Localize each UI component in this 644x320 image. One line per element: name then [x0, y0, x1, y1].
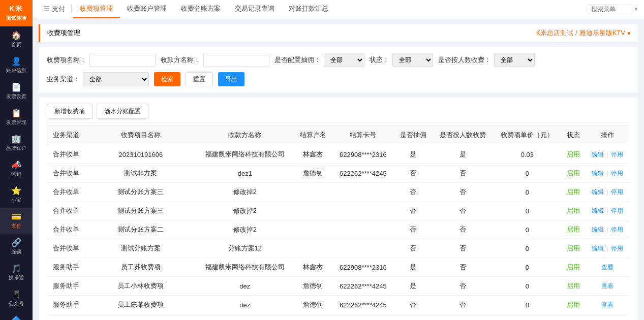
logo-top: K米: [9, 5, 23, 14]
sidebar-item-pay[interactable]: 💳支付: [0, 208, 33, 234]
fee-name-input[interactable]: [89, 53, 156, 67]
table-actions: 新增收费项 酒水分账配置: [47, 104, 630, 119]
sidebar-icon-marketing: 📣: [11, 160, 21, 170]
cell-unit-price: 0: [493, 258, 561, 277]
op-停用[interactable]: 停用: [611, 226, 623, 233]
cell-account-name: [294, 183, 332, 202]
sidebar-icon-account: 👤: [11, 56, 21, 66]
sidebar-item-chain[interactable]: 🔗连锁: [0, 234, 33, 260]
search-button[interactable]: 检索: [154, 72, 180, 86]
cell-account-name: [294, 202, 332, 220]
nav-tab-fee-mgmt[interactable]: 收费项管理: [73, 0, 120, 18]
sidebar-item-brand-account[interactable]: 🏢品牌账户: [0, 130, 33, 156]
nav-divider: [71, 5, 72, 13]
nav-tab-split-plan[interactable]: 收费分账方案: [174, 0, 228, 18]
page-title: 收费项管理: [47, 28, 80, 38]
cell-channel: 服务助手: [47, 296, 85, 314]
cell-per-person: 否: [433, 258, 493, 277]
sidebar-label-account: 账户信息: [6, 67, 26, 74]
cell-account-name: 林鑫杰: [294, 258, 332, 277]
sidebar-icon-miniprogram: 🔷: [11, 315, 21, 320]
cell-status: 启用: [561, 164, 585, 183]
sidebar-label-invoice-mgmt: 发票管理: [6, 119, 26, 126]
table-row: 服务助手 员工陈某收费项 dez 詹德钊 622262****4245 否 否 …: [47, 296, 630, 314]
cell-fee-name: 员工小林收费项: [85, 277, 196, 296]
sidebar-item-public[interactable]: 📱公众号: [0, 285, 33, 311]
op-编辑[interactable]: 编辑: [592, 207, 604, 214]
cell-unit-price: 0: [493, 277, 561, 296]
channel-select[interactable]: 全部合并收单服务助手: [83, 72, 149, 86]
col-header-结算户名: 结算户名: [294, 125, 332, 145]
op-停用[interactable]: 停用: [611, 151, 623, 158]
search-input[interactable]: [587, 4, 632, 14]
filter-bar: 收费项名称： 收款方名称： 是否配置抽佣： 全部是否 状态： 全部启用停用: [39, 47, 638, 92]
sidebar-item-invoice-mgmt[interactable]: 📋发票管理: [0, 104, 33, 130]
op-编辑[interactable]: 编辑: [592, 151, 604, 158]
sidebar-item-entertainment[interactable]: 🎵娱乐通: [0, 260, 33, 285]
col-header-业务渠道: 业务渠道: [47, 125, 85, 145]
dropdown-icon: ▾: [634, 5, 638, 13]
col-header-状态: 状态: [561, 125, 585, 145]
cell-per-person: 否: [433, 239, 493, 258]
sidebar-item-miniprogram[interactable]: 🔷小程序: [0, 311, 33, 320]
sidebar-item-account[interactable]: 👤账户信息: [0, 52, 33, 78]
cell-status: 启用: [561, 239, 585, 258]
cell-status: 启用: [561, 258, 585, 277]
export-button[interactable]: 导出: [218, 72, 244, 86]
cell-ops: 编辑 | 停用: [585, 239, 630, 258]
cell-payment-name: 福建凯米网络科技有限公司: [196, 145, 294, 164]
sidebar-item-marketing[interactable]: 📣营销: [0, 156, 33, 182]
split-config-button[interactable]: 酒水分账配置: [97, 104, 148, 119]
nav-tab-account-mgmt[interactable]: 收费账户管理: [120, 0, 174, 18]
op-停用[interactable]: 停用: [611, 188, 623, 196]
sidebar-item-home[interactable]: 🏠首页: [0, 26, 33, 52]
cell-payment-name: 修改掉2: [196, 202, 294, 220]
sidebar-item-mini[interactable]: ⭐小宝: [0, 182, 33, 208]
cell-commission: 否: [394, 164, 433, 183]
payment-name-label: 收款方名称：: [161, 55, 200, 65]
table-section: 新增收费项 酒水分账配置 业务渠道收费项目名称收款方名称结算户名结算卡号是否抽佣…: [39, 98, 638, 320]
cell-per-person: 否: [433, 277, 493, 296]
breadcrumb-prefix: K米总店测试 /: [536, 28, 577, 38]
per-person-filter: 是否按人数收费： 全部是否: [438, 53, 535, 67]
op-停用[interactable]: 停用: [611, 245, 623, 252]
op-停用[interactable]: 停用: [611, 207, 623, 214]
payment-name-filter: 收款方名称：: [161, 53, 269, 67]
op-查看[interactable]: 查看: [601, 282, 614, 290]
op-编辑[interactable]: 编辑: [592, 226, 604, 233]
sidebar-item-invoice-set[interactable]: 📄发票设置: [0, 78, 33, 104]
payment-name-input[interactable]: [203, 53, 269, 67]
cell-status: 启用: [561, 202, 585, 220]
add-fee-button[interactable]: 新增收费项: [47, 104, 93, 119]
nav-tab-reconcile[interactable]: 对账打款汇总: [282, 0, 335, 18]
status-select[interactable]: 全部启用停用: [392, 53, 433, 67]
cell-payment-name: 修改掉2: [196, 183, 294, 202]
op-停用[interactable]: 停用: [611, 170, 623, 177]
nav-back[interactable]: ☰ 支付: [39, 5, 70, 14]
sidebar-label-entertainment: 娱乐通: [9, 274, 24, 281]
cell-unit-price: 0: [493, 183, 561, 202]
cell-card-no: [332, 183, 394, 202]
sidebar-icon-invoice-set: 📄: [11, 82, 21, 92]
op-查看[interactable]: 查看: [601, 301, 614, 308]
cell-commission: 是: [394, 277, 433, 296]
status-label: 状态：: [370, 55, 389, 65]
cell-per-person: 否: [433, 183, 493, 202]
cell-channel: 合并收单: [47, 164, 85, 183]
cell-payment-name: dez: [196, 296, 294, 314]
lottery-select[interactable]: 全部是否: [324, 53, 364, 67]
op-编辑[interactable]: 编辑: [592, 245, 604, 252]
col-header-操作: 操作: [585, 125, 630, 145]
cell-commission: 否: [394, 220, 433, 239]
sidebar-label-public: 公众号: [9, 300, 24, 307]
op-编辑[interactable]: 编辑: [592, 170, 604, 177]
cell-status: 启用: [561, 277, 585, 296]
cell-ops: 编辑 | 停用: [585, 202, 630, 220]
cell-account-name: 詹德钊: [294, 277, 332, 296]
per-person-select[interactable]: 全部是否: [494, 53, 535, 67]
op-编辑[interactable]: 编辑: [592, 188, 604, 196]
cell-card-no: 622262****4245: [332, 296, 394, 314]
reset-button[interactable]: 重置: [186, 72, 213, 86]
op-查看[interactable]: 查看: [601, 264, 614, 271]
nav-tab-transaction-query[interactable]: 交易记录查询: [228, 0, 282, 18]
